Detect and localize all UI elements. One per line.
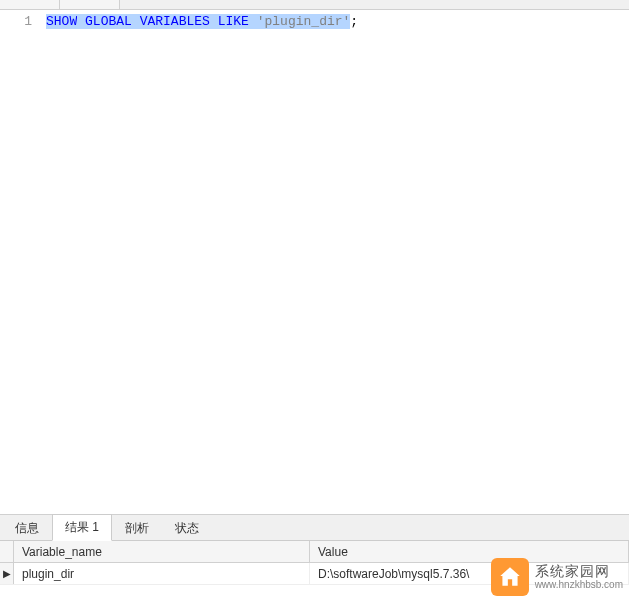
sql-string: 'plugin_dir': [257, 14, 351, 29]
sql-keyword: VARIABLES: [140, 14, 210, 29]
toolbar-segment: [0, 0, 60, 9]
table-row[interactable]: ▶ plugin_dir D:\softwareJob\mysql5.7.36\: [0, 563, 629, 585]
line-number: 1: [0, 14, 32, 29]
code-content[interactable]: SHOW GLOBAL VARIABLES LIKE 'plugin_dir';: [40, 10, 629, 514]
sql-keyword: LIKE: [218, 14, 249, 29]
sql-keyword: SHOW: [46, 14, 77, 29]
cell-value[interactable]: D:\softwareJob\mysql5.7.36\: [310, 563, 629, 584]
result-grid: Variable_name Value ▶ plugin_dir D:\soft…: [0, 541, 629, 585]
top-toolbar: [0, 0, 629, 10]
tab-analysis[interactable]: 剖析: [112, 515, 162, 541]
cell-variable-name[interactable]: plugin_dir: [14, 563, 310, 584]
tab-status[interactable]: 状态: [162, 515, 212, 541]
grid-header: Variable_name Value: [0, 541, 629, 563]
column-header-variable-name[interactable]: Variable_name: [14, 541, 310, 562]
results-panel: 信息 结果 1 剖析 状态 Variable_name Value ▶ plug…: [0, 514, 629, 585]
grid-corner: [0, 541, 14, 562]
result-tabs: 信息 结果 1 剖析 状态: [0, 515, 629, 541]
line-gutter: 1: [0, 10, 40, 514]
sql-terminator: ;: [350, 14, 358, 29]
sql-keyword: GLOBAL: [85, 14, 132, 29]
column-header-value[interactable]: Value: [310, 541, 629, 562]
row-indicator-icon: ▶: [0, 563, 14, 584]
tab-result[interactable]: 结果 1: [52, 514, 112, 541]
toolbar-segment: [60, 0, 120, 9]
sql-editor[interactable]: 1 SHOW GLOBAL VARIABLES LIKE 'plugin_dir…: [0, 10, 629, 514]
tab-info[interactable]: 信息: [2, 515, 52, 541]
